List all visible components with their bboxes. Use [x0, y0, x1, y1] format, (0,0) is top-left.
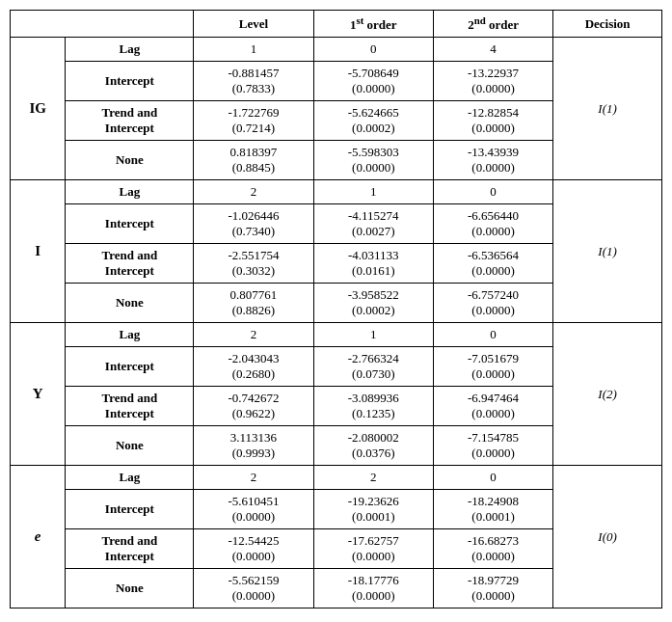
table-header: Level 1st order 2nd order Decision	[11, 11, 662, 38]
stat-value: -12.82854(0.0000)	[433, 101, 552, 141]
row-type-label: None	[66, 284, 194, 323]
stat-value: -2.766324(0.0730)	[313, 347, 433, 387]
stat-value: -6.757240(0.0000)	[433, 284, 552, 323]
table-body: IGLag104I(1)Intercept-0.881457(0.7833)-5…	[11, 38, 662, 608]
stat-value: -12.54425(0.0000)	[194, 529, 313, 569]
section-label: Y	[11, 323, 66, 466]
stat-value: -2.080002(0.0376)	[313, 426, 433, 466]
row-type-label: None	[66, 426, 194, 466]
lag-value: 1	[313, 323, 433, 347]
table-row: ILag210I(1)	[11, 180, 662, 204]
stat-value: -4.031133(0.0161)	[313, 244, 433, 284]
stat-value: -17.62757(0.0000)	[313, 529, 433, 569]
decision-cell: I(2)	[553, 323, 662, 466]
row-type-label: Trend and Intercept	[66, 101, 194, 141]
stat-value: 3.113136(0.9993)	[194, 426, 313, 466]
stat-value: -5.708649(0.0000)	[313, 62, 433, 101]
stat-value: -2.551754(0.3032)	[194, 244, 313, 284]
row-type-label: Intercept	[66, 204, 194, 244]
stat-value: -7.051679(0.0000)	[433, 347, 552, 387]
row-type-label: Intercept	[66, 62, 194, 101]
stat-value: -5.610451(0.0000)	[194, 490, 313, 529]
stat-value: -2.043043(0.2680)	[194, 347, 313, 387]
row-type-label: Intercept	[66, 347, 194, 387]
decision-cell: I(1)	[553, 180, 662, 323]
adf-table: Level 1st order 2nd order Decision IGLag…	[10, 10, 662, 608]
stat-value: -7.154785(0.0000)	[433, 426, 552, 466]
section-label: I	[11, 180, 66, 323]
row-type-label: Lag	[66, 180, 194, 204]
lag-value: 1	[194, 38, 313, 62]
decision-cell: I(1)	[553, 38, 662, 180]
row-type-label: Lag	[66, 323, 194, 347]
stat-value: -5.624665(0.0002)	[313, 101, 433, 141]
lag-value: 0	[433, 466, 552, 490]
table-row: eLag220I(0)	[11, 466, 662, 490]
row-type-label: None	[66, 569, 194, 608]
header-first-order: 1st order	[313, 11, 433, 38]
stat-value: -4.115274(0.0027)	[313, 204, 433, 244]
stat-value: -0.742672(0.9622)	[194, 387, 313, 426]
header-decision: Decision	[553, 11, 662, 38]
table-row: IGLag104I(1)	[11, 38, 662, 62]
stat-value: -3.958522(0.0002)	[313, 284, 433, 323]
sup-st: st	[356, 14, 363, 26]
stat-value: -18.97729(0.0000)	[433, 569, 552, 608]
sup-nd: nd	[474, 14, 486, 26]
section-label: e	[11, 466, 66, 608]
stat-value: -18.24908(0.0001)	[433, 490, 552, 529]
stat-value: -1.722769(0.7214)	[194, 101, 313, 141]
table-row: YLag210I(2)	[11, 323, 662, 347]
lag-value: 2	[313, 466, 433, 490]
stat-value: -16.68273(0.0000)	[433, 529, 552, 569]
row-type-label: None	[66, 141, 194, 180]
lag-value: 0	[433, 180, 552, 204]
lag-value: 2	[194, 323, 313, 347]
row-type-label: Intercept	[66, 490, 194, 529]
stat-value: -13.43939(0.0000)	[433, 141, 552, 180]
stat-value: -5.562159(0.0000)	[194, 569, 313, 608]
lag-value: 2	[194, 180, 313, 204]
lag-value: 0	[433, 323, 552, 347]
lag-value: 4	[433, 38, 552, 62]
stat-value: -5.598303(0.0000)	[313, 141, 433, 180]
lag-value: 2	[194, 466, 313, 490]
row-type-label: Trend and Intercept	[66, 387, 194, 426]
lag-value: 1	[313, 180, 433, 204]
stat-value: 0.818397(0.8845)	[194, 141, 313, 180]
decision-cell: I(0)	[553, 466, 662, 608]
row-type-label: Lag	[66, 38, 194, 62]
stat-value: -0.881457(0.7833)	[194, 62, 313, 101]
row-type-label: Lag	[66, 466, 194, 490]
section-label: IG	[11, 38, 66, 180]
stat-value: 0.807761(0.8826)	[194, 284, 313, 323]
row-type-label: Trend and Intercept	[66, 244, 194, 284]
stat-value: -19.23626(0.0001)	[313, 490, 433, 529]
stat-value: -6.947464(0.0000)	[433, 387, 552, 426]
stat-value: -6.656440(0.0000)	[433, 204, 552, 244]
row-type-label: Trend and Intercept	[66, 529, 194, 569]
stat-value: -18.17776(0.0000)	[313, 569, 433, 608]
stat-value: -3.089936(0.1235)	[313, 387, 433, 426]
header-level: Level	[194, 11, 313, 38]
header-empty1	[11, 11, 194, 38]
stat-value: -1.026446(0.7340)	[194, 204, 313, 244]
lag-value: 0	[313, 38, 433, 62]
header-second-order: 2nd order	[433, 11, 552, 38]
stat-value: -13.22937(0.0000)	[433, 62, 552, 101]
stat-value: -6.536564(0.0000)	[433, 244, 552, 284]
